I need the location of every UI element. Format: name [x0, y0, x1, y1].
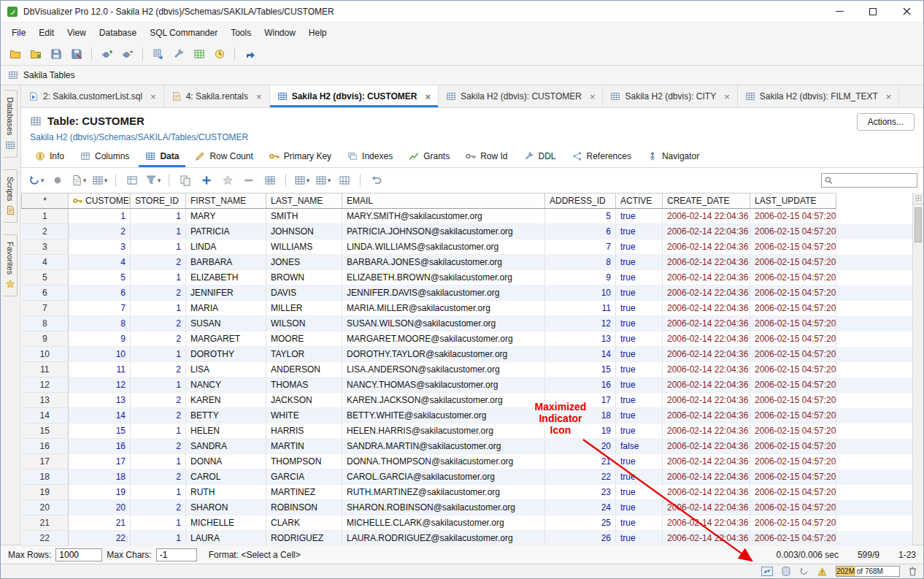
cell-store_id[interactable]: 1	[131, 347, 186, 362]
cell-active[interactable]: true	[616, 316, 663, 331]
row-number[interactable]: 5	[22, 270, 69, 285]
cell-create_date[interactable]: 2006-02-14 22:04:36	[663, 316, 750, 331]
cell-customer_id[interactable]: 16	[69, 439, 131, 454]
cell-last_name[interactable]: JACKSON	[266, 393, 342, 408]
cell-customer_id[interactable]: 3	[69, 239, 131, 255]
cell-active[interactable]: true	[616, 500, 663, 515]
cell-last_update[interactable]: 2006-02-15 04:57:20	[750, 301, 836, 316]
max-rows-input[interactable]	[55, 548, 102, 561]
cell-customer_id[interactable]: 19	[69, 485, 131, 500]
cell-last_update[interactable]: 2006-02-15 04:57:20	[750, 285, 836, 301]
sidebar-item-scripts[interactable]: Scripts	[4, 169, 18, 223]
cell-active[interactable]: true	[616, 393, 663, 408]
cell-email[interactable]: DONNA.THOMPSON@sakilacustomer.org	[342, 454, 545, 469]
cell-address_id[interactable]: 8	[545, 255, 616, 270]
cell-last_update[interactable]: 2006-02-15 04:57:20	[750, 347, 836, 362]
column-header-first_name[interactable]: FIRST_NAME	[186, 193, 266, 209]
row-number[interactable]: 15	[22, 423, 69, 439]
cell-address_id[interactable]: 15	[545, 362, 616, 377]
close-button[interactable]	[890, 1, 923, 22]
cell-store_id[interactable]: 2	[131, 393, 186, 408]
sidebar-item-favorites[interactable]: Favorites	[4, 234, 18, 296]
cell-create_date[interactable]: 2006-02-14 22:04:36	[663, 439, 750, 454]
cell-create_date[interactable]: 2006-02-14 22:04:36	[663, 270, 750, 285]
cell-store_id[interactable]: 2	[131, 469, 186, 485]
cell-customer_id[interactable]: 5	[69, 270, 131, 285]
cell-email[interactable]: JENNIFER.DAVIS@sakilacustomer.org	[342, 285, 545, 301]
duplicate-row-button[interactable]	[261, 172, 279, 189]
cell-store_id[interactable]: 2	[131, 439, 186, 454]
cell-customer_id[interactable]: 9	[69, 331, 131, 347]
menu-database[interactable]: Database	[93, 25, 143, 41]
cell-active[interactable]: true	[616, 224, 663, 239]
cell-first_name[interactable]: RUTH	[186, 485, 266, 500]
cell-email[interactable]: MARIA.MILLER@sakilacustomer.org	[342, 301, 545, 316]
cell-create_date[interactable]: 2006-02-14 22:04:36	[663, 408, 750, 423]
cell-first_name[interactable]: SUSAN	[186, 316, 266, 331]
cell-last_name[interactable]: MARTIN	[266, 439, 342, 454]
cell-first_name[interactable]: HELEN	[186, 423, 266, 439]
cell-active[interactable]: true	[616, 469, 663, 485]
close-icon[interactable]: ×	[886, 91, 892, 102]
cell-store_id[interactable]: 1	[131, 209, 186, 224]
cell-first_name[interactable]: MARIA	[186, 301, 266, 316]
cell-create_date[interactable]: 2006-02-14 22:04:36	[663, 331, 750, 347]
cell-last_update[interactable]: 2006-02-15 04:57:20	[750, 485, 836, 500]
cell-customer_id[interactable]: 20	[69, 500, 131, 515]
cell-last_name[interactable]: THOMPSON	[266, 454, 342, 469]
import-table-button[interactable]	[149, 45, 167, 63]
cell-address_id[interactable]: 11	[545, 301, 616, 316]
row-number[interactable]: 13	[22, 393, 69, 408]
actions-button[interactable]: Actions...	[857, 113, 915, 131]
cell-first_name[interactable]: SHARON	[186, 500, 266, 515]
tab-indexes[interactable]: Indexes	[339, 145, 401, 167]
connections-status-button[interactable]	[782, 567, 790, 576]
column-header-last_update[interactable]: LAST_UPDATE	[750, 193, 836, 209]
cell-address_id[interactable]: 7	[545, 239, 616, 255]
cell-first_name[interactable]: MARGARET	[186, 331, 266, 347]
cell-customer_id[interactable]: 11	[69, 362, 131, 377]
max-chars-input[interactable]	[156, 548, 197, 561]
row-number[interactable]: 4	[22, 255, 69, 270]
sync-status-button[interactable]	[799, 567, 809, 576]
cell-last_update[interactable]: 2006-02-15 04:57:20	[750, 531, 836, 546]
compare-button[interactable]	[176, 172, 194, 189]
cell-last_update[interactable]: 2006-02-15 04:57:20	[750, 515, 836, 531]
cell-address_id[interactable]: 10	[545, 285, 616, 301]
cell-address_id[interactable]: 22	[545, 469, 616, 485]
cell-address_id[interactable]: 6	[545, 224, 616, 239]
menu-edit[interactable]: Edit	[32, 25, 61, 41]
remove-connection-button[interactable]	[118, 45, 136, 63]
cell-email[interactable]: ELIZABETH.BROWN@sakilacustomer.org	[342, 270, 545, 285]
cell-last_name[interactable]: DAVIS	[266, 285, 342, 301]
cell-address_id[interactable]: 13	[545, 331, 616, 347]
close-icon[interactable]: ×	[590, 91, 596, 102]
cell-last_name[interactable]: HARRIS	[266, 423, 342, 439]
maximize-button[interactable]	[856, 1, 890, 22]
grid-window-button[interactable]	[190, 45, 208, 63]
cell-store_id[interactable]: 2	[131, 316, 186, 331]
cell-active[interactable]: true	[616, 362, 663, 377]
tab-film-text[interactable]: Sakila H2 (dbvis): FILM_TEXT ×	[738, 85, 900, 107]
cell-store_id[interactable]: 2	[131, 500, 186, 515]
cell-customer_id[interactable]: 8	[69, 316, 131, 331]
cell-store_id[interactable]: 2	[131, 331, 186, 347]
cell-last_update[interactable]: 2006-02-15 04:57:20	[750, 469, 836, 485]
cell-create_date[interactable]: 2006-02-14 22:04:36	[663, 469, 750, 485]
column-header-active[interactable]: ACTIVE	[616, 193, 663, 209]
cell-email[interactable]: NANCY.THOMAS@sakilacustomer.org	[342, 377, 545, 393]
cell-last_name[interactable]: BROWN	[266, 270, 342, 285]
cell-store_id[interactable]: 1	[131, 515, 186, 531]
grid-edit-button[interactable]: ▾	[293, 172, 311, 189]
cell-last_update[interactable]: 2006-02-15 04:57:20	[750, 393, 836, 408]
cell-email[interactable]: MICHELLE.CLARK@sakilacustomer.org	[342, 515, 545, 531]
cell-create_date[interactable]: 2006-02-14 22:04:36	[663, 285, 750, 301]
cell-create_date[interactable]: 2006-02-14 22:04:36	[663, 454, 750, 469]
column-header-email[interactable]: EMAIL	[342, 193, 545, 209]
alerts-status-button[interactable]	[817, 567, 827, 576]
cell-last_update[interactable]: 2006-02-15 04:57:20	[750, 331, 836, 347]
cell-email[interactable]: LAURA.RODRIGUEZ@sakilacustomer.org	[342, 531, 545, 546]
cell-customer_id[interactable]: 2	[69, 224, 131, 239]
cell-email[interactable]: PATRICIA.JOHNSON@sakilacustomer.org	[342, 224, 545, 239]
cell-active[interactable]: true	[616, 270, 663, 285]
